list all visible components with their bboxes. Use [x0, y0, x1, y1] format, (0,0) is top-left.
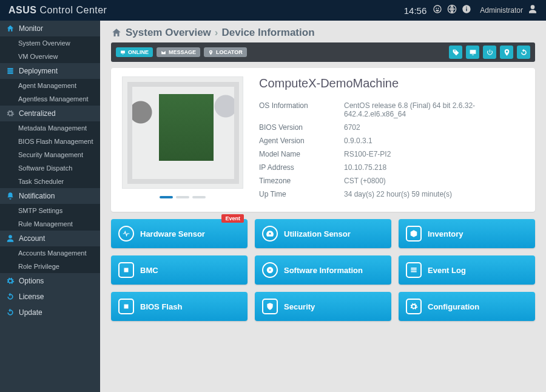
sidebar-header-label: Notification: [19, 192, 55, 200]
sidebar-header-label: Monitor: [19, 24, 43, 33]
info-row: OS InformationCentOS release 6.8 (Final)…: [259, 99, 524, 121]
sidebar-header-label: Deployment: [19, 67, 58, 75]
card-label: Utilization Sensor: [284, 229, 351, 238]
message-badge[interactable]: MESSAGE: [157, 47, 200, 57]
device-image: [122, 76, 243, 189]
info-key: OS Information: [259, 101, 344, 118]
info-value: 34 day(s) 22 hour(s) 59 minute(s): [344, 190, 524, 198]
image-pager[interactable]: [122, 196, 243, 198]
power-button[interactable]: [483, 46, 496, 59]
sidebar-item-role-privilege[interactable]: Role Privilege: [0, 260, 100, 273]
info-row: BIOS Version6702: [259, 121, 524, 134]
user-label[interactable]: Administrator: [480, 6, 523, 15]
locator-button[interactable]: [500, 46, 513, 59]
card-configuration[interactable]: Configuration: [399, 292, 535, 321]
sidebar-item-system-overview[interactable]: System Overview: [0, 36, 100, 50]
sidebar-header-centralized[interactable]: Centralized: [0, 106, 100, 121]
card-event-log[interactable]: Event Log: [399, 255, 535, 285]
sidebar-item-security-management[interactable]: Security Management: [0, 148, 100, 161]
card-label: Security: [284, 302, 315, 311]
sidebar-header-license[interactable]: License: [0, 289, 100, 305]
status-bar: ONLINE MESSAGE LOCATOR: [111, 42, 535, 62]
card-label: BMC: [140, 266, 158, 275]
card-label: Hardware Sensor: [140, 229, 205, 238]
info-key: Agent Version: [259, 137, 344, 145]
sidebar-header-update[interactable]: Update: [0, 305, 100, 320]
monitor-button[interactable]: [466, 46, 479, 59]
locator-badge[interactable]: LOCATOR: [204, 47, 247, 57]
brand: ASUS Control Center: [8, 5, 107, 16]
sidebar-header-monitor[interactable]: Monitor: [0, 21, 100, 36]
tag-button[interactable]: [449, 46, 462, 59]
event-badge: Event: [221, 214, 244, 223]
globe-icon[interactable]: [447, 4, 457, 16]
sidebar-item-vm-overview[interactable]: VM Overview: [0, 50, 100, 63]
gear-icon: [406, 299, 422, 314]
sidebar-header-options[interactable]: Options: [0, 273, 100, 289]
sidebar-item-smtp-settings[interactable]: SMTP Settings: [0, 204, 100, 217]
sidebar-header-label: Update: [19, 308, 42, 317]
breadcrumb-b: Device Information: [221, 27, 314, 39]
info-value: 10.10.75.218: [344, 163, 524, 172]
smile-icon[interactable]: [433, 4, 442, 16]
card-software-information[interactable]: Software Information: [255, 255, 391, 285]
info-value: CST (+0800): [344, 177, 524, 185]
card-label: Configuration: [428, 302, 479, 311]
card-bios-flash[interactable]: BIOS Flash: [111, 292, 248, 321]
info-row: Up Time34 day(s) 22 hour(s) 59 minute(s): [259, 188, 524, 201]
card-label: Software Information: [284, 266, 363, 275]
sidebar-item-task-scheduler[interactable]: Task Scheduler: [0, 175, 100, 188]
shield-icon: [262, 299, 278, 314]
list-icon: [406, 262, 422, 278]
info-value: RS100-E7-PI2: [344, 150, 524, 158]
card-label: Inventory: [428, 229, 463, 238]
card-utilization-sensor[interactable]: Utilization Sensor: [255, 219, 391, 248]
info-key: Up Time: [259, 190, 344, 198]
sidebar-header-label: Options: [19, 277, 44, 285]
info-value: 6702: [344, 123, 524, 132]
info-row: TimezoneCST (+0800): [259, 174, 524, 188]
online-badge[interactable]: ONLINE: [116, 47, 153, 57]
breadcrumb: System Overview › Device Information: [111, 27, 535, 39]
info-key: IP Address: [259, 163, 344, 172]
card-bmc[interactable]: BMC: [111, 255, 248, 285]
info-key: BIOS Version: [259, 123, 344, 132]
refresh-button[interactable]: [517, 46, 530, 59]
sidebar-header-account[interactable]: Account: [0, 231, 100, 246]
device-name: ComputeX-DemoMachine: [259, 76, 524, 90]
disc-icon: [262, 262, 278, 278]
sidebar-item-accounts-management[interactable]: Accounts Management: [0, 246, 100, 260]
info-row: Model NameRS100-E7-PI2: [259, 147, 524, 161]
device-panel: ComputeX-DemoMachine OS InformationCentO…: [111, 68, 535, 212]
breadcrumb-a[interactable]: System Overview: [126, 27, 211, 39]
card-label: BIOS Flash: [140, 302, 182, 311]
home-icon: [111, 27, 122, 38]
sidebar-item-metadata-management[interactable]: Metadata Management: [0, 121, 100, 135]
sidebar-header-label: Account: [19, 234, 45, 243]
main-content: System Overview › Device Information ONL…: [100, 21, 546, 392]
sidebar-item-software-dispatch[interactable]: Software Dispatch: [0, 161, 100, 175]
chip-icon: [118, 262, 134, 278]
info-row: IP Address10.10.75.218: [259, 161, 524, 174]
box-icon: [406, 226, 422, 242]
top-bar: ASUS Control Center 14:56 Administrator: [0, 0, 546, 21]
info-key: Model Name: [259, 150, 344, 158]
pulse-icon: [118, 226, 134, 242]
sidebar-item-agent-management[interactable]: Agent Management: [0, 79, 100, 92]
sidebar-header-notification[interactable]: Notification: [0, 188, 100, 204]
sidebar-header-deployment[interactable]: Deployment: [0, 63, 100, 79]
info-key: Timezone: [259, 177, 344, 185]
card-hardware-sensor[interactable]: EventHardware Sensor: [111, 219, 248, 248]
card-label: Event Log: [428, 266, 466, 275]
sidebar-item-bios-flash-management[interactable]: BIOS Flash Management: [0, 135, 100, 148]
sidebar: MonitorSystem OverviewVM OverviewDeploym…: [0, 21, 100, 392]
sidebar-item-rule-management[interactable]: Rule Management: [0, 217, 100, 231]
card-security[interactable]: Security: [255, 292, 391, 321]
sidebar-header-label: License: [19, 292, 44, 301]
sidebar-item-agentless-management[interactable]: Agentless Management: [0, 92, 100, 106]
chip-icon: [118, 299, 134, 314]
info-icon[interactable]: [462, 4, 471, 16]
card-inventory[interactable]: Inventory: [399, 219, 535, 248]
user-icon[interactable]: [528, 4, 538, 16]
clock: 14:56: [404, 5, 427, 16]
